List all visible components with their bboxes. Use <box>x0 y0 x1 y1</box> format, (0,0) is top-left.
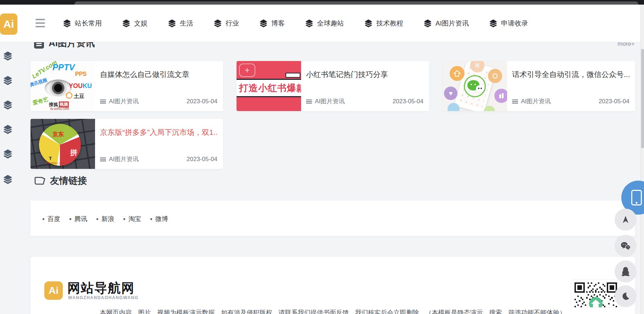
top-navbar: Ai 站长常用 文娱 生活 行业 博客 全球趣站 技术教程 <box>0 5 644 42</box>
category-label: AI图片资讯 <box>521 97 551 105</box>
nav-item-jishujiaocheng[interactable]: 技术教程 <box>364 19 403 28</box>
pps-logo-text: PPS <box>75 71 87 77</box>
jd-logo-text: 京东 <box>52 131 64 138</box>
card-meta: AI图片资讯 2023-05-04 <box>100 97 217 105</box>
nav-item-boke[interactable]: 博客 <box>259 19 285 28</box>
dark-mode-button[interactable] <box>615 285 637 307</box>
nav-item-shenghuo[interactable]: 生活 <box>167 19 193 28</box>
plus-icon: + <box>239 64 255 77</box>
card-thumbnail-video-logos: LeTV.com PPTV PPS 腾讯视频 YOUKU 土豆 爱奇艺 搜狐 视… <box>30 61 95 111</box>
card-category[interactable]: AI图片资讯 <box>512 97 551 105</box>
nav-item-label: 文娱 <box>134 19 148 28</box>
sidebar-layers-icon-3[interactable] <box>2 100 13 110</box>
layers-icon <box>62 19 72 28</box>
category-lines-icon <box>306 99 312 104</box>
footer: Ai 网站导航网 WANGZHANDAOHANGWANG 本网页内容、图片、视频… <box>30 257 635 314</box>
iqiyi-logo-text: 爱奇艺 <box>32 96 49 106</box>
card-body: 京东版“拼多多”入局下沉市场，双1... AI图片资讯 2023-05-04 <box>95 119 223 169</box>
card-title-highlighted[interactable]: 京东版“拼多多”入局下沉市场，双1... <box>100 127 217 137</box>
link-label: 腾讯 <box>74 215 87 223</box>
nav-item-label: AI图片资讯 <box>435 19 469 28</box>
category-lines-icon <box>100 99 106 104</box>
link-label: 微博 <box>155 215 168 223</box>
card-title[interactable]: 自媒体怎么自己做引流文章 <box>100 70 217 79</box>
bullet-dot <box>70 218 71 220</box>
bullet-dot <box>123 218 125 220</box>
layers-icon <box>122 19 131 28</box>
nav-item-label: 申请收录 <box>501 19 528 28</box>
heart-bubble-icon: ♥ <box>444 87 457 100</box>
news-card-1[interactable]: LeTV.com PPTV PPS 腾讯视频 YOUKU 土豆 爱奇艺 搜狐 视… <box>30 61 223 111</box>
news-card-3[interactable]: ♥ 话术引导全自动引流，微信公众号... AI图片资讯 2023-05-04 <box>443 61 635 111</box>
card-category[interactable]: AI图片资讯 <box>306 97 345 105</box>
link-baidu[interactable]: 百度 <box>43 215 60 223</box>
footer-disclaimer: 本网页内容、图片、视频为模板演示数据，如有涉及侵犯版权，请联系我们提供书面反馈，… <box>30 308 635 314</box>
footer-logo: Ai <box>44 281 63 300</box>
wechat-icon <box>620 241 631 250</box>
card-meta: AI图片资讯 2023-05-04 <box>100 155 217 163</box>
category-label: AI图片资讯 <box>109 155 139 163</box>
browser-tab-top <box>74 1 638 5</box>
sidebar-layers-icon-4[interactable] <box>2 124 13 135</box>
card-category[interactable]: AI图片资讯 <box>100 97 139 105</box>
scrollbar-thumb[interactable] <box>641 49 644 148</box>
back-to-top-button[interactable] <box>615 209 637 231</box>
card-body: 自媒体怎么自己做引流文章 AI图片资讯 2023-05-04 <box>95 61 223 111</box>
sidebar-layers-icon-1[interactable] <box>2 51 13 61</box>
nav-item-aitupianzixun[interactable]: AI图片资讯 <box>423 19 469 28</box>
browser-chrome-strip <box>0 0 644 5</box>
card-thumbnail-jd-pie: 京东 拼 T 天猫 TMALL.COM <box>30 119 95 169</box>
news-card-4[interactable]: 京东 拼 T 天猫 TMALL.COM 京东版“拼多多”入局下沉市场，双1...… <box>30 119 223 169</box>
nav-item-hangye[interactable]: 行业 <box>213 19 239 28</box>
links-section-header: 友情链接 <box>34 175 87 187</box>
banner-band: 打造小红书爆款 <box>237 79 301 97</box>
card-category[interactable]: AI图片资讯 <box>100 155 139 163</box>
link-label: 新浪 <box>101 215 114 223</box>
house-bubble-icon <box>450 66 465 81</box>
card-thumbnail-wechat-phone: ♥ <box>443 61 507 111</box>
banner-text: 打造小红书爆款 <box>237 82 301 94</box>
nav-item-quanqiuquzhan[interactable]: 全球趣站 <box>305 19 344 28</box>
card-body: 小红书笔记热门技巧分享 AI图片资讯 2023-05-04 <box>301 61 429 111</box>
card-title[interactable]: 话术引导全自动引流，微信公众号... <box>512 70 629 79</box>
layers-icon <box>259 19 268 28</box>
qq-contact-button[interactable] <box>615 260 637 282</box>
site-logo[interactable]: Ai <box>0 13 17 35</box>
hamburger-menu-icon[interactable] <box>35 19 45 27</box>
building-bubble-icon <box>494 89 507 103</box>
wechat-contact-button[interactable] <box>615 235 637 257</box>
sidebar-layers-icon-2[interactable] <box>2 75 13 86</box>
layers-icon <box>364 19 373 28</box>
tudou-face-icon <box>66 92 72 99</box>
moon-stars-icon <box>621 292 630 301</box>
layers-icon <box>489 19 498 28</box>
card-meta: AI图片资讯 2023-05-04 <box>512 97 629 105</box>
qr-code <box>571 280 621 307</box>
link-tencent[interactable]: 腾讯 <box>70 215 87 223</box>
nav-item-label: 生活 <box>180 19 193 28</box>
white-tab-shape <box>285 73 300 78</box>
scrollbar-track[interactable] <box>640 5 644 314</box>
nav-item-label: 站长常用 <box>75 19 102 28</box>
smartphone-icon <box>631 190 642 205</box>
card-title[interactable]: 小红书笔记热门技巧分享 <box>306 70 423 79</box>
nav-item-zhanzhangchangyong[interactable]: 站长常用 <box>62 19 102 28</box>
sidebar-layers-icon-6[interactable] <box>2 174 13 185</box>
link-sina[interactable]: 新浪 <box>96 215 114 223</box>
friendly-links-card: 百度 腾讯 新浪 淘宝 微博 <box>30 200 635 236</box>
pptv-logo-text: PPTV <box>52 62 75 72</box>
sohu-url-text: tv.sohu.com <box>50 107 69 111</box>
tmall-url-text: 天猫 TMALL.COM <box>45 161 65 165</box>
wechat-small-bubble-icon <box>476 85 484 92</box>
nav-item-wenyu[interactable]: 文娱 <box>122 19 148 28</box>
sidebar-layers-icon-5[interactable] <box>2 149 13 159</box>
link-taobao[interactable]: 淘宝 <box>123 215 141 223</box>
nav-item-shenqingshoulu[interactable]: 申请收录 <box>489 19 528 28</box>
card-meta: AI图片资讯 2023-05-04 <box>306 97 423 105</box>
layers-icon <box>167 19 177 28</box>
nav-item-label: 博客 <box>271 19 285 28</box>
news-card-2[interactable]: + 打造小红书爆款 小红书笔记热门技巧分享 AI图片资讯 2023-05-04 <box>237 61 429 111</box>
tmall-logo-mark: T <box>49 156 52 161</box>
link-weibo[interactable]: 微博 <box>150 215 168 223</box>
category-lines-icon <box>100 157 106 161</box>
